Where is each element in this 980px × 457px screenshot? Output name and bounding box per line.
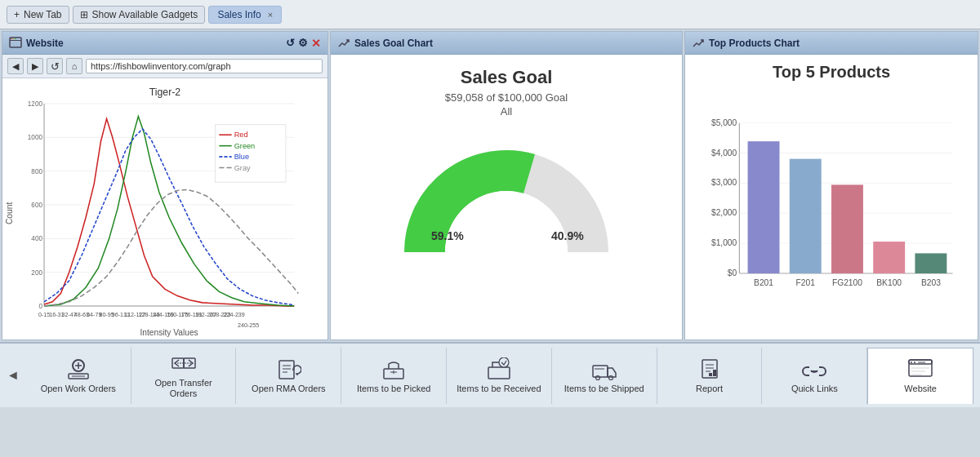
bar-chart-svg: $5,000 $4,000 $3,000 $2,000 $1,000 $0 B2… [693, 90, 969, 331]
sales-panel-header-left: Sales Goal Chart [337, 37, 433, 50]
svg-text:$2,000: $2,000 [711, 208, 737, 217]
svg-text:FG2100: FG2100 [832, 278, 862, 287]
sales-panel-title: Sales Goal Chart [354, 38, 433, 49]
gadgets-icon: ⊞ [80, 9, 88, 20]
tab-close-button[interactable]: × [268, 10, 273, 20]
taskbar-item-website[interactable]: Website [867, 348, 973, 403]
bar-b201 [748, 141, 780, 273]
svg-rect-25 [215, 125, 286, 182]
bar-f201 [790, 159, 822, 273]
svg-point-4 [15, 38, 16, 39]
transfer-orders-label: Open Transfer Orders [141, 378, 226, 399]
home-button[interactable]: ⌂ [66, 58, 82, 74]
forward-button[interactable]: ▶ [27, 58, 43, 74]
url-bar: ◀ ▶ ↺ ⌂ [2, 55, 327, 78]
svg-text:$0: $0 [728, 268, 737, 277]
svg-text:$3,000: $3,000 [711, 178, 737, 187]
sales-panel-header: Sales Goal Chart [331, 32, 682, 55]
new-tab-button[interactable]: + New Tab [7, 6, 69, 24]
svg-rect-97 [709, 373, 712, 376]
svg-text:Green: Green [234, 142, 256, 150]
tab-label: Sales Info [217, 9, 261, 20]
tiger-chart-area: Tiger-2 Count Intensity Values 1200 1000… [2, 78, 327, 339]
taskbar-items: Open Work Orders Open Transfer Orders [26, 348, 973, 403]
svg-rect-89 [593, 366, 608, 377]
panels-row: Website ↺ ⚙ ✕ ◀ ▶ ↺ ⌂ Tiger-2 Count [0, 29, 980, 342]
work-orders-label: Open Work Orders [41, 384, 116, 394]
quick-links-icon [801, 357, 827, 380]
taskbar-item-shipped[interactable]: Items to be Shipped [552, 348, 657, 403]
settings-icon[interactable]: ⚙ [298, 37, 308, 49]
toolbar: + New Tab ⊞ Show Available Gadgets Sales… [0, 0, 980, 29]
transfer-orders-icon [171, 352, 197, 375]
tiger-line-chart: Tiger-2 Count Intensity Values 1200 1000… [2, 78, 327, 339]
reload-button[interactable]: ↺ [47, 58, 63, 74]
url-input[interactable] [86, 59, 323, 73]
website-panel: Website ↺ ⚙ ✕ ◀ ▶ ↺ ⌂ Tiger-2 Count [2, 31, 328, 340]
svg-rect-5 [2, 78, 327, 339]
svg-text:Red: Red [234, 131, 248, 139]
taskbar: ◄ Open Work Orders [0, 342, 980, 407]
website-panel-title: Website [26, 38, 64, 49]
svg-text:0-15: 0-15 [38, 312, 50, 318]
work-orders-icon [65, 357, 91, 380]
shipped-icon [591, 357, 617, 380]
svg-text:59.1%: 59.1% [431, 229, 464, 242]
rma-orders-label: Open RMA Orders [252, 384, 325, 394]
products-heading: Top 5 Products [693, 63, 969, 82]
sales-heading: Sales Goal [461, 67, 553, 88]
website-panel-icon [9, 37, 22, 50]
picked-label: Items to be Picked [357, 384, 431, 394]
bar-bk100 [873, 242, 905, 273]
taskbar-item-rma-orders[interactable]: Open RMA Orders [236, 348, 341, 403]
products-panel-title: Top Products Chart [709, 38, 800, 49]
svg-text:800: 800 [31, 168, 42, 175]
products-panel: Top Products Chart Top 5 Products [684, 31, 978, 340]
sales-filter: All [501, 105, 512, 118]
svg-text:F201: F201 [796, 278, 816, 287]
refresh-icon[interactable]: ↺ [286, 37, 295, 49]
svg-text:400: 400 [31, 235, 42, 242]
svg-text:Count: Count [5, 202, 14, 224]
svg-text:Intensity Values: Intensity Values [140, 328, 198, 337]
svg-point-88 [499, 357, 509, 367]
close-panel-icon[interactable]: ✕ [311, 37, 321, 50]
sales-info-tab[interactable]: Sales Info × [208, 6, 282, 24]
svg-text:0: 0 [38, 303, 42, 310]
svg-point-2 [11, 38, 12, 39]
rma-orders-icon [275, 357, 301, 380]
shipped-label: Items to be Shipped [564, 384, 644, 394]
svg-text:Blue: Blue [234, 153, 249, 161]
bar-chart-area: $5,000 $4,000 $3,000 $2,000 $1,000 $0 B2… [693, 90, 969, 331]
products-content: Top 5 Products $5,000 $4,000 $3 [685, 55, 978, 339]
svg-point-3 [13, 38, 15, 39]
back-button[interactable]: ◀ [7, 58, 24, 74]
svg-text:B201: B201 [754, 278, 773, 287]
gauge-svg: 59.1% 40.9% [400, 130, 612, 277]
sales-subtitle: $59,058 of $100,000 Goal [445, 91, 568, 104]
taskbar-item-work-orders[interactable]: Open Work Orders [26, 348, 131, 403]
taskbar-item-quick-links[interactable]: Quick Links [762, 348, 867, 403]
svg-text:$1,000: $1,000 [711, 238, 737, 247]
svg-text:1000: 1000 [28, 134, 43, 141]
svg-text:40.9%: 40.9% [551, 229, 584, 242]
svg-text:Gray: Gray [234, 164, 251, 172]
website-panel-header-left: Website [9, 37, 64, 50]
picked-icon [381, 357, 407, 380]
website-panel-actions: ↺ ⚙ ✕ [286, 37, 321, 50]
show-gadgets-button[interactable]: ⊞ Show Available Gadgets [73, 6, 206, 24]
bar-fg2100 [831, 184, 863, 273]
plus-icon: + [14, 9, 20, 20]
taskbar-item-received[interactable]: Items to be Received [447, 348, 552, 403]
website-icon [907, 357, 933, 380]
report-label: Report [696, 384, 723, 394]
taskbar-item-transfer-orders[interactable]: Open Transfer Orders [131, 348, 237, 403]
svg-text:BK100: BK100 [876, 278, 902, 287]
taskbar-item-report[interactable]: Report [657, 348, 763, 403]
svg-text:600: 600 [31, 202, 42, 209]
taskbar-item-picked[interactable]: Items to be Picked [341, 348, 447, 403]
taskbar-scroll-left[interactable]: ◄ [7, 368, 20, 383]
gadgets-label: Show Available Gadgets [92, 9, 198, 20]
website-label: Website [904, 384, 937, 394]
products-panel-header-left: Top Products Chart [692, 37, 800, 50]
